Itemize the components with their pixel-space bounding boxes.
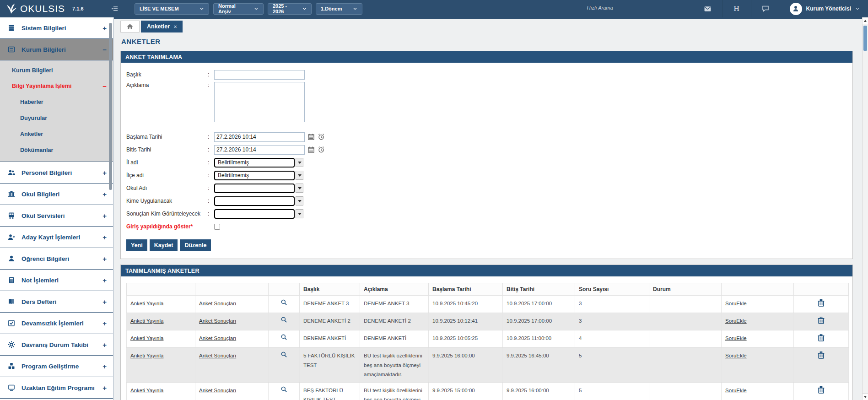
sidebar-subitem-bilgi-yayinlama[interactable]: Bilgi Yayınlama İşlemi − xyxy=(0,78,113,94)
messages-button[interactable] xyxy=(693,0,722,17)
sidebar-item-program-gelistirme[interactable]: Program Geliştirme + xyxy=(0,356,113,377)
publish-link[interactable]: Anketi Yayınla xyxy=(130,318,163,324)
add-question-link[interactable]: SoruEkle xyxy=(725,335,747,341)
sidebar-subitem-dokumanlar[interactable]: Dökümanlar xyxy=(0,142,113,158)
scroll-down-button[interactable] xyxy=(863,393,868,400)
page-scrollbar[interactable] xyxy=(862,17,868,400)
collapse-icon[interactable]: − xyxy=(102,82,107,90)
sidebar-item-ogrenci-bilgileri[interactable]: Öğrenci Bilgileri + xyxy=(0,248,113,270)
tab-home[interactable] xyxy=(120,21,140,32)
clock-icon[interactable] xyxy=(318,146,325,153)
school-type-select[interactable]: LİSE VE MESEM xyxy=(135,3,209,15)
chat-button[interactable] xyxy=(751,0,780,17)
add-question-link[interactable]: SoruEkle xyxy=(725,318,747,324)
select-arrow-button[interactable] xyxy=(296,184,303,193)
magnifier-icon[interactable] xyxy=(280,301,287,307)
kime-uygulanacak-select[interactable] xyxy=(214,196,303,206)
school-year-select[interactable]: 2025 - 2026 xyxy=(268,3,312,15)
quick-search-input[interactable] xyxy=(586,5,663,11)
bitis-tarihi-input[interactable] xyxy=(214,145,305,155)
select-arrow-button[interactable] xyxy=(296,171,303,180)
sidebar-item-not-islemleri[interactable]: Not İşlemleri + xyxy=(0,270,113,291)
ilce-select[interactable]: Belirtilmemiş xyxy=(214,171,303,180)
yeni-button[interactable]: Yeni xyxy=(126,239,147,251)
duzenle-button[interactable]: Düzenle xyxy=(180,239,211,251)
expand-icon[interactable]: + xyxy=(102,319,107,327)
publish-link[interactable]: Anketi Yayınla xyxy=(130,353,163,358)
magnifier-icon[interactable] xyxy=(280,319,287,324)
add-question-link[interactable]: SoruEkle xyxy=(725,301,747,306)
calendar-icon[interactable] xyxy=(307,146,315,153)
add-question-link[interactable]: SoruEkle xyxy=(725,353,747,358)
sidebar-item-kurum-bilgileri[interactable]: Kurum Bilgileri − xyxy=(0,39,113,60)
expand-icon[interactable]: + xyxy=(102,212,107,220)
clock-icon[interactable] xyxy=(318,133,325,141)
trash-icon[interactable] xyxy=(817,389,825,395)
sidebar-item-ders-defteri[interactable]: Ders Defteri + xyxy=(0,291,113,313)
sonuclari-kim-select[interactable] xyxy=(214,209,303,219)
show-on-login-checkbox[interactable] xyxy=(214,224,220,230)
tab-close-icon[interactable]: × xyxy=(174,24,177,29)
user-menu[interactable]: Kurum Yöneticisi xyxy=(780,3,868,15)
trash-icon[interactable] xyxy=(817,337,825,342)
expand-icon[interactable]: + xyxy=(102,24,107,32)
sidebar-subitem-anketler[interactable]: Anketler xyxy=(0,126,113,142)
h-module-button[interactable]: H xyxy=(722,0,751,17)
aciklama-textarea[interactable] xyxy=(214,82,305,122)
sidebar-subitem-duyurular[interactable]: Duyurular xyxy=(0,110,113,126)
il-select[interactable]: Belirtilmemiş xyxy=(214,158,303,168)
add-question-link[interactable]: SoruEkle xyxy=(725,388,747,393)
expand-icon[interactable]: + xyxy=(102,255,107,263)
term-select[interactable]: 1.Dönem xyxy=(316,3,362,15)
expand-icon[interactable]: + xyxy=(102,169,107,177)
results-link[interactable]: Anket Sonuçları xyxy=(199,335,236,341)
menu-toggle-icon[interactable] xyxy=(108,5,122,12)
publish-link[interactable]: Anketi Yayınla xyxy=(130,388,163,393)
magnifier-icon[interactable] xyxy=(280,388,287,394)
expand-icon[interactable]: + xyxy=(102,362,107,370)
results-link[interactable]: Anket Sonuçları xyxy=(199,353,236,358)
sidebar-item-okul-servisleri[interactable]: Okul Servisleri + xyxy=(0,205,113,227)
results-link[interactable]: Anket Sonuçları xyxy=(199,301,236,306)
tab-anketler[interactable]: Anketler × xyxy=(141,21,183,32)
results-link[interactable]: Anket Sonuçları xyxy=(199,318,236,324)
okul-select[interactable] xyxy=(214,184,303,193)
publish-link[interactable]: Anketi Yayınla xyxy=(130,301,163,306)
select-arrow-button[interactable] xyxy=(296,209,303,218)
baslik-input[interactable] xyxy=(214,70,305,80)
sidebar-item-aday-kayit[interactable]: Aday Kayıt İşlemleri + xyxy=(0,227,113,248)
expand-icon[interactable]: + xyxy=(102,384,107,392)
kaydet-button[interactable]: Kaydet xyxy=(150,239,178,251)
results-link[interactable]: Anket Sonuçları xyxy=(199,388,236,393)
trash-icon[interactable] xyxy=(817,354,825,360)
collapse-icon[interactable]: − xyxy=(102,46,107,54)
calendar-icon[interactable] xyxy=(307,133,315,141)
sidebar-item-okul-bilgileri[interactable]: Okul Bilgileri + xyxy=(0,184,113,205)
brand: OKULSIS 7.1.6 xyxy=(0,3,108,15)
sidebar-item-sistem-bilgileri[interactable]: Sistem Bilgileri + xyxy=(0,17,113,39)
sidebar-item-personel-bilgileri[interactable]: Personel Bilgileri + xyxy=(0,162,113,184)
archive-select[interactable]: Normal Arşiv xyxy=(213,3,264,15)
trash-icon[interactable] xyxy=(817,302,825,308)
select-arrow-button[interactable] xyxy=(296,158,303,167)
publish-link[interactable]: Anketi Yayınla xyxy=(130,335,163,341)
sidebar-item-devamsizlik[interactable]: Devamsızlık İşlemleri + xyxy=(0,313,113,334)
scrollbar-thumb[interactable] xyxy=(863,26,867,51)
expand-icon[interactable]: + xyxy=(102,298,107,306)
expand-icon[interactable]: + xyxy=(102,190,107,198)
select-arrow-button[interactable] xyxy=(296,196,303,205)
sidebar-subitem-kurum-bilgileri[interactable]: Kurum Bilgileri xyxy=(0,63,113,78)
sidebar-scrollbar-thumb[interactable] xyxy=(109,23,112,190)
expand-icon[interactable]: + xyxy=(102,233,107,241)
trash-icon[interactable] xyxy=(817,319,825,325)
sidebar-item-uzaktan-egitim[interactable]: Uzaktan Eğitim Programı + xyxy=(0,377,113,399)
magnifier-icon[interactable] xyxy=(280,336,287,341)
sidebar-item-davranis-durum[interactable]: Davranış Durum Takibi + xyxy=(0,334,113,356)
magnifier-icon[interactable] xyxy=(280,353,287,359)
baslama-tarihi-input[interactable] xyxy=(214,132,305,142)
scroll-up-button[interactable] xyxy=(863,17,868,24)
expand-icon[interactable]: + xyxy=(102,341,107,349)
sidebar-subitem-haberler[interactable]: Haberler xyxy=(0,94,113,110)
triangle-up-icon xyxy=(864,20,867,22)
expand-icon[interactable]: + xyxy=(102,276,107,284)
